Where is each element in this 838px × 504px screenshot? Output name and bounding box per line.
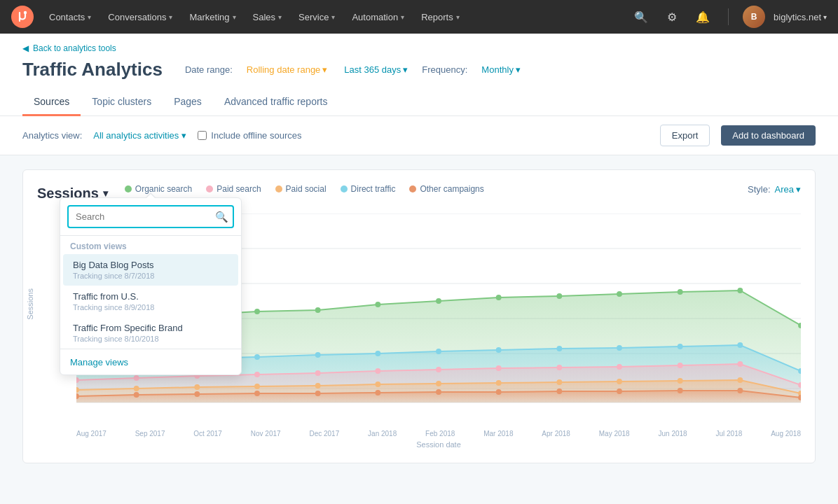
svg-point-39: [678, 344, 683, 349]
svg-point-72: [315, 391, 321, 396]
dropdown-footer: Manage views: [60, 349, 241, 374]
user-avatar[interactable]: B: [743, 6, 765, 28]
svg-point-19: [254, 309, 260, 314]
legend-direct-traffic: Direct traffic: [341, 184, 396, 194]
y-axis-label: Sessions: [26, 288, 34, 320]
svg-point-73: [375, 390, 380, 396]
nav-reports[interactable]: Reports ▾: [414, 8, 467, 27]
dropdown-item-us-traffic[interactable]: Traffic from U.S. Tracking since 8/9/201…: [63, 286, 238, 317]
tabs-row: Sources Topic clusters Pages Advanced tr…: [22, 89, 816, 115]
title-row: Traffic Analytics Date range: Rolling da…: [22, 59, 816, 80]
svg-point-48: [436, 367, 441, 372]
svg-point-66: [737, 377, 743, 383]
settings-icon[interactable]: ⚙: [661, 6, 683, 28]
svg-point-53: [737, 361, 743, 367]
legend-dot-organic: [125, 186, 132, 192]
svg-point-22: [436, 298, 441, 304]
svg-point-21: [375, 302, 380, 307]
page-title: Traffic Analytics: [22, 59, 163, 80]
svg-point-71: [254, 391, 260, 396]
tab-sources[interactable]: Sources: [22, 89, 81, 116]
svg-point-38: [617, 345, 622, 351]
chevron-down-icon: ▾: [796, 184, 801, 195]
legend-paid-search: Paid search: [206, 184, 261, 194]
svg-point-40: [737, 342, 743, 348]
svg-point-65: [678, 378, 683, 384]
notifications-icon[interactable]: 🔔: [692, 6, 714, 28]
svg-point-63: [556, 379, 562, 385]
nav-marketing[interactable]: Marketing ▾: [182, 8, 242, 27]
chevron-down-icon: ▾: [401, 13, 404, 21]
svg-point-34: [375, 351, 380, 356]
style-selector-row: Style: Area ▾: [748, 184, 801, 195]
offline-sources-checkbox[interactable]: [198, 131, 207, 140]
date-period-button[interactable]: Last 365 days ▾: [341, 63, 411, 76]
svg-point-50: [556, 365, 562, 370]
svg-point-60: [375, 382, 380, 387]
nav-contacts[interactable]: Contacts ▾: [42, 8, 98, 27]
svg-point-1: [24, 11, 27, 14]
chevron-down-icon: ▾: [322, 64, 327, 75]
chevron-down-icon: ▾: [181, 130, 186, 141]
nav-conversations[interactable]: Conversations ▾: [101, 8, 179, 27]
dropdown-item-big-data[interactable]: Big Data Blog Posts Tracking since 8/7/2…: [63, 254, 238, 286]
svg-point-37: [556, 346, 562, 351]
filter-group: Date range: Rolling date range ▾ Last 36…: [185, 63, 523, 76]
svg-point-36: [496, 347, 502, 353]
export-button[interactable]: Export: [660, 125, 710, 146]
legend-paid-social: Paid social: [275, 184, 327, 194]
dropdown-section-label: Custom views: [60, 236, 241, 254]
analytics-view-dropdown[interactable]: All analytics activities ▾: [93, 130, 186, 141]
add-dashboard-button[interactable]: Add to dashboard: [721, 125, 816, 146]
legend-dot-paid-search: [206, 186, 213, 192]
nav-service[interactable]: Service ▾: [291, 8, 342, 27]
manage-views-button[interactable]: Manage views: [70, 357, 128, 368]
chevron-down-icon: ▾: [169, 13, 172, 21]
date-range-button[interactable]: Rolling date range ▾: [244, 63, 331, 76]
search-icon[interactable]: 🔍: [630, 6, 652, 28]
dropdown-item-brand-traffic[interactable]: Traffic From Specific Brand Tracking sin…: [63, 317, 238, 349]
legend-other-campaigns: Other campaigns: [409, 184, 483, 194]
search-input[interactable]: [67, 205, 234, 228]
svg-point-26: [678, 289, 683, 295]
tab-pages[interactable]: Pages: [163, 89, 213, 116]
back-arrow-icon: ◀: [22, 43, 29, 53]
svg-point-45: [254, 372, 260, 377]
svg-point-24: [556, 293, 562, 299]
domain-selector[interactable]: biglytics.net ▾: [774, 12, 827, 22]
legend-dot-paid-social: [275, 186, 282, 192]
svg-point-51: [617, 364, 622, 370]
breadcrumb[interactable]: ◀ Back to analytics tools: [22, 34, 816, 59]
nav-sales[interactable]: Sales ▾: [246, 8, 289, 27]
chevron-down-icon: ▾: [88, 13, 91, 21]
tab-topic-clusters[interactable]: Topic clusters: [81, 89, 163, 116]
nav-divider: [728, 8, 729, 25]
chevron-down-icon: ▾: [233, 13, 236, 21]
offline-sources-checkbox-row: Include offline sources: [198, 130, 301, 141]
svg-point-35: [436, 349, 441, 354]
chevron-down-icon: ▾: [403, 64, 408, 75]
svg-point-43: [134, 375, 139, 381]
search-icon[interactable]: 🔍: [215, 211, 228, 223]
svg-point-23: [496, 295, 502, 300]
frequency-button[interactable]: Monthly ▾: [479, 63, 523, 76]
hubspot-logo[interactable]: [11, 6, 34, 28]
svg-point-58: [254, 384, 260, 389]
svg-point-62: [496, 380, 502, 386]
svg-point-27: [737, 288, 743, 293]
svg-point-52: [678, 363, 683, 368]
svg-point-25: [617, 291, 622, 297]
dropdown-list: Custom views Big Data Blog Posts Trackin…: [60, 236, 241, 349]
chevron-down-icon: ▾: [278, 13, 282, 21]
svg-point-33: [315, 352, 321, 358]
svg-point-74: [436, 389, 441, 395]
tab-advanced[interactable]: Advanced traffic reports: [213, 89, 339, 116]
svg-point-56: [134, 386, 139, 391]
x-axis-title: Session date: [76, 440, 801, 449]
svg-point-61: [436, 381, 441, 386]
nav-automation[interactable]: Automation ▾: [345, 8, 411, 27]
legend-dot-direct: [341, 186, 348, 192]
style-dropdown-button[interactable]: Area ▾: [775, 184, 801, 195]
chevron-down-icon: ▾: [456, 13, 460, 21]
svg-point-78: [678, 388, 683, 393]
